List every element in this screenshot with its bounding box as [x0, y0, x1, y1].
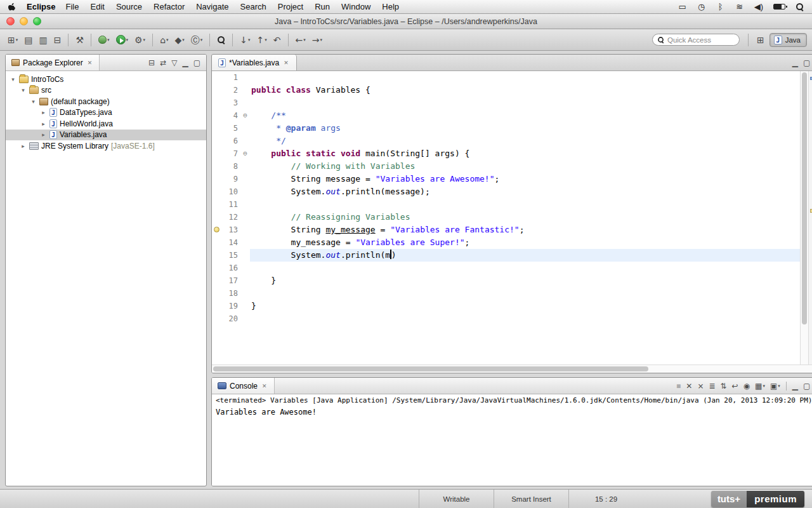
print-button[interactable]: ⊟ — [51, 32, 64, 48]
annotation-ruler[interactable] — [212, 224, 221, 236]
save-all-button[interactable]: ▥ — [36, 32, 49, 48]
expand-down-arrow-icon[interactable]: ▾ — [30, 98, 37, 105]
code-text[interactable]: */ — [250, 135, 800, 147]
code-text[interactable] — [250, 312, 800, 325]
console-body[interactable]: <terminated> Variables [Java Application… — [212, 394, 812, 486]
code-text[interactable]: public class Variables { — [250, 84, 800, 97]
word-wrap-button[interactable]: ↩ — [730, 382, 740, 391]
dropdown-arrow-icon[interactable]: ▾ — [16, 37, 18, 43]
dropdown-arrow-icon[interactable]: ▾ — [200, 37, 203, 43]
code-text[interactable] — [250, 198, 800, 211]
code-text[interactable] — [250, 262, 800, 274]
annotation-ruler[interactable] — [212, 173, 221, 185]
code-text[interactable] — [250, 97, 800, 109]
display-icon[interactable]: ▭ — [678, 2, 687, 12]
new-package-button[interactable]: ◆▾ — [173, 32, 187, 48]
open-perspective-button[interactable]: ⊞ — [757, 35, 764, 45]
console-tab[interactable]: Console ✕ — [212, 378, 275, 394]
code-text[interactable]: System.out.println(m) — [250, 249, 800, 262]
last-edit-location-button[interactable]: ↶ — [271, 32, 284, 48]
scrollbar-thumb[interactable] — [213, 366, 648, 371]
fold-collapse-icon[interactable]: ⊖ — [240, 109, 250, 122]
annotation-ruler[interactable] — [212, 274, 221, 287]
volume-icon[interactable]: ◀) — [754, 2, 763, 12]
zoom-button[interactable] — [33, 17, 41, 25]
maximize-button[interactable]: ▢ — [192, 58, 202, 67]
annotation-ruler[interactable] — [212, 312, 221, 325]
editor-code[interactable]: 12public class Variables {34⊖ /**5 * @pa… — [212, 71, 800, 364]
fold-collapse-icon[interactable]: ⊖ — [240, 147, 250, 160]
code-text[interactable]: // Reassigning Variables — [250, 211, 800, 224]
tree-item-datatypes-java[interactable]: ▸JDataTypes.java — [6, 107, 206, 119]
close-console-icon[interactable]: ✕ — [261, 382, 268, 390]
code-text[interactable]: System.out.println(message); — [250, 185, 800, 198]
menu-item-source[interactable]: Source — [116, 2, 142, 11]
battery-icon[interactable] — [773, 4, 785, 10]
dropdown-arrow-icon[interactable]: ▾ — [107, 37, 110, 43]
tree-item-helloworld-java[interactable]: ▸JHelloWorld.java — [6, 118, 206, 130]
apple-menu-icon[interactable] — [8, 3, 16, 11]
dropdown-arrow-icon[interactable]: ▾ — [143, 37, 146, 43]
annotation-ruler[interactable] — [212, 300, 221, 312]
bluetooth-icon[interactable]: ᛒ — [716, 2, 725, 12]
dropdown-arrow-icon[interactable]: ▾ — [265, 37, 267, 43]
view-menu-button[interactable]: ▽ — [169, 58, 179, 67]
annotation-ruler[interactable] — [212, 84, 221, 97]
collapse-all-button[interactable]: ⊟ — [147, 58, 157, 67]
minimize-editor-button[interactable]: ▁ — [790, 58, 800, 67]
annotation-ruler[interactable] — [212, 135, 221, 147]
expand-down-arrow-icon[interactable]: ▾ — [20, 87, 27, 93]
menu-item-window[interactable]: Window — [341, 2, 370, 11]
dropdown-arrow-icon[interactable]: ▾ — [182, 37, 185, 43]
menu-item-help[interactable]: Help — [382, 2, 399, 11]
scroll-lock-button[interactable]: ⇅ — [719, 382, 729, 391]
tree-item-jre-system-library[interactable]: ▸JRE System Library [JavaSE-1.6] — [6, 140, 206, 152]
wifi-icon[interactable]: ≋ — [735, 2, 744, 12]
code-text[interactable] — [250, 71, 800, 84]
close-view-icon[interactable]: ✕ — [86, 59, 94, 67]
tree-item-default-package[interactable]: ▾(default package) — [6, 96, 206, 107]
dropdown-arrow-icon[interactable]: ▾ — [320, 37, 323, 43]
close-tab-icon[interactable]: ✕ — [282, 59, 290, 67]
expand-right-arrow-icon[interactable]: ▸ — [40, 131, 47, 138]
link-with-editor-button[interactable]: ⇄ — [158, 58, 168, 67]
annotation-ruler[interactable] — [212, 262, 221, 274]
terminate-button[interactable]: ■ — [674, 382, 683, 391]
dropdown-arrow-icon[interactable]: ▾ — [166, 37, 169, 43]
menu-item-file[interactable]: File — [66, 2, 79, 11]
search-button[interactable] — [214, 32, 228, 48]
new-wizard-button[interactable]: ⊞▾ — [5, 32, 20, 48]
scrollbar-thumb[interactable] — [802, 72, 807, 324]
editor-tab-variables[interactable]: J *Variables.java ✕ — [212, 55, 297, 70]
dropdown-arrow-icon[interactable]: ▾ — [303, 37, 306, 43]
code-text[interactable]: public static void main(String[] args) { — [250, 147, 800, 160]
annotation-ruler[interactable] — [212, 287, 221, 300]
code-text[interactable]: * @param args — [250, 122, 800, 135]
annotation-ruler[interactable] — [212, 71, 221, 84]
menu-item-project[interactable]: Project — [278, 2, 303, 11]
minimize-button[interactable] — [20, 17, 28, 25]
code-text[interactable]: /** — [250, 109, 800, 122]
back-button[interactable]: ←▾ — [293, 32, 308, 48]
menu-item-edit[interactable]: Edit — [90, 2, 104, 11]
menu-item-navigate[interactable]: Navigate — [196, 2, 228, 11]
annotation-ruler[interactable] — [212, 249, 221, 262]
pin-console-button[interactable]: ◉ — [742, 382, 752, 391]
remove-launch-button[interactable]: ✕ — [684, 382, 694, 391]
build-all-button[interactable]: ⚒ — [73, 32, 86, 48]
code-text[interactable]: String message = "Variables are Awesome!… — [250, 173, 800, 185]
expand-right-arrow-icon[interactable]: ▸ — [20, 143, 27, 149]
quick-access-input[interactable] — [667, 36, 731, 44]
new-java-project-button[interactable]: ⌂▾ — [157, 32, 171, 48]
maximize-button[interactable]: ▢ — [801, 382, 812, 391]
editor-horizontal-scrollbar[interactable] — [212, 364, 812, 373]
annotation-ruler[interactable] — [212, 109, 221, 122]
dropdown-arrow-icon[interactable]: ▾ — [248, 37, 251, 43]
annotation-ruler[interactable] — [212, 236, 221, 249]
code-text[interactable]: // Working with Variables — [250, 160, 800, 173]
expand-down-arrow-icon[interactable]: ▾ — [10, 76, 16, 83]
dropdown-arrow-icon[interactable]: ▾ — [778, 384, 780, 389]
annotation-ruler[interactable] — [212, 198, 221, 211]
overview-ruler[interactable] — [808, 71, 812, 364]
spotlight-icon[interactable] — [796, 3, 804, 11]
